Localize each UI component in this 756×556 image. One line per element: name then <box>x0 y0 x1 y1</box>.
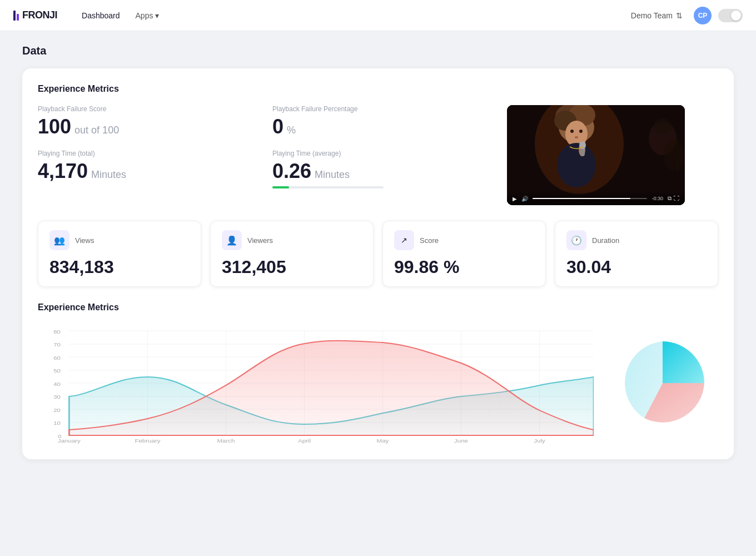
chart-section: Experience Metrics 0 10 20 30 40 50 60 7… <box>38 302 594 444</box>
stat-cards: 👥 Views 834,183 👤 Viewers 312,405 ↗ Scor… <box>38 221 718 287</box>
stat-card-score-header: ↗ Score <box>394 230 534 250</box>
svg-point-11 <box>557 143 596 187</box>
chevron-icon: ⇅ <box>676 11 683 20</box>
svg-text:July: July <box>534 438 545 444</box>
svg-text:June: June <box>454 438 468 444</box>
stat-card-viewers: 👤 Viewers 312,405 <box>210 221 374 287</box>
play-total-value: 4,170 Minutes <box>38 160 259 183</box>
stat-card-duration: 🕐 Duration 30.04 <box>555 221 718 287</box>
svg-text:March: March <box>217 438 235 444</box>
stat-card-views-header: 👥 Views <box>49 230 190 250</box>
failure-score-value: 100 out of 100 <box>38 115 259 138</box>
metric-play-total: Playing Time (total) 4,170 Minutes <box>38 150 259 183</box>
svg-point-8 <box>579 130 583 133</box>
svg-text:February: February <box>135 438 161 444</box>
nav-right: Demo Team ⇅ CP <box>626 7 743 24</box>
svg-text:30: 30 <box>53 394 61 400</box>
views-label: Views <box>75 236 94 245</box>
chart-svg: 0 10 20 30 40 50 60 70 80 <box>38 321 594 444</box>
pip-icon[interactable]: ⧉ <box>668 195 672 202</box>
views-icon: 👥 <box>49 230 69 250</box>
metric-play-avg: Playing Time (average) 0.26 Minutes <box>272 150 494 188</box>
metrics-top: Playback Failure Score 100 out of 100 Pl… <box>38 105 718 205</box>
score-label: Score <box>420 236 439 245</box>
svg-text:January: January <box>58 438 81 444</box>
nav-apps[interactable]: Apps ▾ <box>129 8 166 23</box>
metric-group-2: Playback Failure Percentage 0 % Playing … <box>272 105 494 205</box>
viewers-label: Viewers <box>247 236 273 245</box>
main-card: Experience Metrics Playback Failure Scor… <box>22 68 734 459</box>
logo-icon <box>13 11 19 21</box>
video-time: -0:30 <box>651 196 663 201</box>
viewers-value: 312,405 <box>222 257 362 277</box>
svg-point-17 <box>664 140 684 171</box>
score-value: 99.86 % <box>394 257 534 277</box>
page-title: Data <box>22 44 734 57</box>
svg-text:April: April <box>298 438 311 444</box>
line-chart: 0 10 20 30 40 50 60 70 80 <box>38 321 594 444</box>
nav-links: Dashboard Apps ▾ <box>75 8 626 23</box>
seek-fill <box>533 198 630 199</box>
stat-card-viewers-header: 👤 Viewers <box>222 230 362 250</box>
video-controls[interactable]: ▶ 🔊 -0:30 ⧉ ⛶ <box>507 191 685 205</box>
metric-failure-pct: Playback Failure Percentage 0 % <box>272 105 494 138</box>
play-avg-label: Playing Time (average) <box>272 150 494 157</box>
stat-card-score: ↗ Score 99.86 % <box>382 221 546 287</box>
play-avg-progress-fill <box>272 186 289 188</box>
failure-score-label: Playback Failure Score <box>38 105 259 113</box>
stat-card-duration-header: 🕐 Duration <box>566 230 707 250</box>
seek-bar[interactable] <box>533 198 647 199</box>
metric-failure-score: Playback Failure Score 100 out of 100 <box>38 105 259 138</box>
page-content: Data Experience Metrics Playback Failure… <box>0 31 756 473</box>
navbar: FRONJI Dashboard Apps ▾ Demo Team ⇅ CP <box>0 0 756 31</box>
theme-toggle[interactable] <box>718 9 743 22</box>
svg-text:70: 70 <box>53 342 61 348</box>
video-scene <box>507 105 685 205</box>
stat-card-views: 👥 Views 834,183 <box>38 221 201 287</box>
duration-value: 30.04 <box>566 257 707 277</box>
svg-point-9 <box>575 136 578 138</box>
pie-chart <box>613 333 713 433</box>
viewers-icon: 👤 <box>222 230 242 250</box>
volume-icon[interactable]: 🔊 <box>521 196 528 202</box>
failure-pct-label: Playback Failure Percentage <box>272 105 494 113</box>
score-icon: ↗ <box>394 230 414 250</box>
svg-text:20: 20 <box>53 408 61 413</box>
nav-dashboard[interactable]: Dashboard <box>75 8 127 23</box>
svg-text:May: May <box>377 438 390 444</box>
pie-chart-container <box>607 302 718 444</box>
chevron-down-icon: ▾ <box>155 11 159 20</box>
svg-text:10: 10 <box>53 420 61 426</box>
chart-title: Experience Metrics <box>38 302 594 312</box>
duration-icon: 🕐 <box>566 230 586 250</box>
failure-pct-value: 0 % <box>272 115 494 138</box>
metrics-header: Experience Metrics <box>38 84 718 94</box>
views-value: 834,183 <box>49 257 190 277</box>
svg-rect-18 <box>677 138 679 172</box>
video-extra-controls: ⧉ ⛶ <box>668 195 679 202</box>
bottom-section: Experience Metrics 0 10 20 30 40 50 60 7… <box>38 302 718 444</box>
play-avg-value: 0.26 Minutes <box>272 160 494 183</box>
svg-point-16 <box>654 118 672 134</box>
svg-text:60: 60 <box>53 355 61 361</box>
logo[interactable]: FRONJI <box>13 9 57 21</box>
logo-text: FRONJI <box>22 9 57 21</box>
play-avg-progress <box>272 186 384 188</box>
duration-label: Duration <box>592 236 619 245</box>
avatar[interactable]: CP <box>694 7 712 24</box>
video-thumbnail[interactable]: ▶ 🔊 -0:30 ⧉ ⛶ <box>507 105 685 205</box>
svg-text:40: 40 <box>53 381 61 387</box>
team-selector[interactable]: Demo Team ⇅ <box>626 9 687 22</box>
svg-point-7 <box>570 130 574 133</box>
play-total-label: Playing Time (total) <box>38 150 259 157</box>
svg-text:80: 80 <box>53 329 61 335</box>
metric-group-1: Playback Failure Score 100 out of 100 Pl… <box>38 105 259 205</box>
play-button[interactable]: ▶ <box>513 196 517 202</box>
fullscreen-icon[interactable]: ⛶ <box>674 195 679 202</box>
svg-text:50: 50 <box>53 368 61 374</box>
